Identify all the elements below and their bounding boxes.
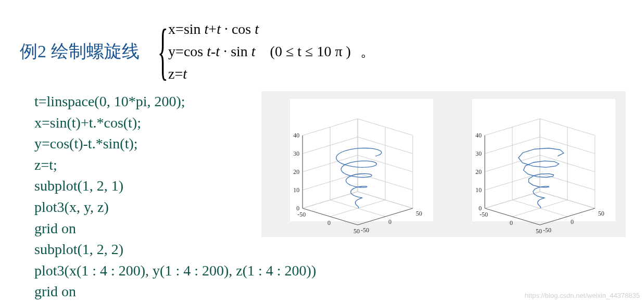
svg-text:20: 20: [475, 168, 482, 175]
svg-text:-50: -50: [297, 211, 306, 218]
svg-text:50: 50: [536, 228, 542, 235]
watermark: https://blog.csdn.net/weixin_44378835: [525, 292, 640, 299]
svg-text:50: 50: [416, 210, 422, 217]
svg-text:10: 10: [293, 186, 299, 194]
svg-text:50: 50: [353, 228, 360, 235]
code-line: plot3(x(1 : 4 : 200), y(1 : 4 : 200), z(…: [34, 260, 316, 282]
range-text: (0 ≤ t ≤ 10 π ): [270, 43, 351, 59]
svg-text:0: 0: [510, 219, 513, 227]
svg-text:40: 40: [475, 132, 482, 139]
svg-text:20: 20: [293, 168, 299, 175]
svg-text:-50: -50: [479, 211, 488, 218]
equation-brace-group: { x=sin t+t · cos t y=cos t-t · sin t(0 …: [153, 21, 375, 82]
svg-text:30: 30: [293, 150, 299, 157]
code-line: subplot(1, 2, 2): [34, 239, 316, 260]
svg-text:0: 0: [327, 219, 331, 227]
figure-panel: 010203040-50050-50050 010203040-50050-50…: [261, 91, 626, 237]
svg-text:10: 10: [475, 186, 482, 194]
plot3d-spiral-fine: 010203040-50050-50050: [261, 91, 444, 237]
equations: x=sin t+t · cos t y=cos t-t · sin t(0 ≤ …: [168, 21, 375, 82]
example-header: 例2 绘制螺旋线 { x=sin t+t · cos t y=cos t-t ·…: [20, 21, 375, 82]
svg-rect-1: [290, 99, 433, 221]
period-symbol: 。: [360, 43, 375, 59]
svg-text:-50: -50: [361, 227, 369, 234]
svg-text:-50: -50: [543, 227, 551, 234]
svg-text:30: 30: [475, 150, 482, 157]
left-brace-icon: {: [157, 24, 168, 79]
plot3d-spiral-coarse: 010203040-50050-50050: [444, 91, 626, 237]
code-line: grid on: [34, 281, 316, 302]
svg-text:40: 40: [293, 132, 299, 139]
svg-text:0: 0: [571, 218, 574, 225]
svg-text:50: 50: [598, 210, 604, 217]
subplot-2: 010203040-50050-50050: [444, 91, 626, 237]
equation-y: y=cos t-t · sin t(0 ≤ t ≤ 10 π )。: [168, 42, 375, 61]
subplot-1: 010203040-50050-50050: [261, 91, 444, 237]
svg-text:0: 0: [388, 218, 392, 225]
example-label: 例2 绘制螺旋线: [20, 40, 140, 64]
equation-z: z=t: [168, 66, 375, 82]
decorative-corner: [0, 255, 47, 302]
equation-x: x=sin t+t · cos t: [168, 21, 375, 37]
svg-rect-39: [472, 99, 615, 221]
